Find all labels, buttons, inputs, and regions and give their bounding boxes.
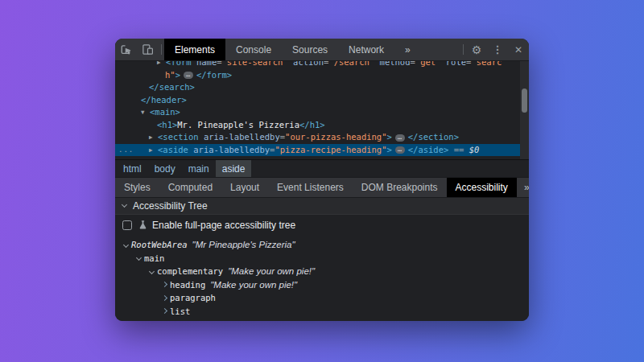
dom-token: == bbox=[448, 145, 469, 154]
a11y-tree-row[interactable]: paragraph bbox=[115, 291, 529, 305]
tab-accessibility[interactable]: Accessibility bbox=[447, 178, 517, 197]
dom-tree-row[interactable]: ...▶<aside aria-labelledby="pizza-recipe… bbox=[115, 144, 529, 157]
scrollbar-thumb[interactable] bbox=[522, 88, 527, 113]
inspect-element-icon bbox=[120, 43, 132, 56]
dom-token: </h1> bbox=[299, 120, 325, 130]
breadcrumb-main[interactable]: main bbox=[182, 160, 216, 177]
dom-tree-row[interactable]: ▶<form name="site-search" action="/searc… bbox=[115, 61, 529, 69]
dom-token: </search> bbox=[149, 82, 195, 92]
hidden-items-indicator: ... bbox=[118, 144, 134, 157]
settings-gear-icon[interactable]: ⚙ bbox=[466, 39, 487, 60]
enable-full-page-checkbox[interactable] bbox=[122, 220, 132, 230]
dom-tree-row[interactable]: h">…</form> bbox=[115, 69, 529, 82]
expand-arrow-icon[interactable]: ▼ bbox=[141, 106, 150, 119]
close-icon[interactable]: ✕ bbox=[508, 39, 529, 60]
expand-arrow-icon[interactable]: ▶ bbox=[149, 131, 158, 144]
tab-computed[interactable]: Computed bbox=[159, 178, 221, 197]
a11y-name: "Make your own pie!" bbox=[210, 280, 297, 290]
dom-token: > bbox=[387, 145, 392, 154]
main-tab-strip: ElementsConsoleSourcesNetwork» bbox=[164, 39, 421, 60]
a11y-role: complementary bbox=[157, 266, 223, 276]
dom-token: </section> bbox=[408, 132, 459, 142]
tab-sources[interactable]: Sources bbox=[282, 39, 338, 60]
a11y-role: paragraph bbox=[170, 293, 216, 302]
tab-event-listeners[interactable]: Event Listeners bbox=[268, 178, 353, 197]
enable-full-page-a11y-row: Enable full-page accessibility tree bbox=[115, 215, 529, 235]
a11y-name: "Mr Pineapple's Pizzeria" bbox=[192, 240, 295, 249]
section-collapse-icon bbox=[122, 202, 127, 208]
tab-more-tabs[interactable]: » bbox=[394, 39, 421, 60]
dom-token: role bbox=[440, 61, 466, 67]
dom-token: Mr. Pineapple's Pizzeria bbox=[177, 120, 299, 130]
a11y-name: "Make your own pie!" bbox=[228, 266, 315, 276]
a11y-tree-row[interactable]: main bbox=[115, 252, 529, 265]
dom-token: method bbox=[374, 61, 410, 67]
dom-token: name bbox=[192, 61, 217, 67]
chevron-right-icon[interactable] bbox=[159, 309, 170, 313]
element-breadcrumb: htmlbodymainaside bbox=[115, 159, 529, 177]
a11y-role: main bbox=[144, 253, 164, 263]
a11y-tree-row[interactable]: RootWebArea"Mr Pineapple's Pizzeria" bbox=[115, 238, 529, 252]
tab-layout[interactable]: Layout bbox=[221, 178, 268, 197]
expand-arrow-icon[interactable]: ▶ bbox=[157, 61, 166, 69]
a11y-role: heading bbox=[170, 280, 205, 290]
breadcrumb-aside[interactable]: aside bbox=[216, 160, 252, 177]
device-toolbar-icon[interactable] bbox=[137, 39, 159, 60]
dom-tree-row[interactable]: </search> bbox=[115, 81, 529, 94]
inline-expand-button[interactable]: … bbox=[395, 134, 405, 142]
dom-token: "/search" bbox=[328, 61, 374, 67]
toolbar-separator bbox=[463, 44, 464, 55]
dom-token: h" bbox=[165, 70, 175, 80]
section-title: Accessibility Tree bbox=[133, 200, 208, 212]
dom-token: aria-labelledby bbox=[199, 132, 280, 142]
chevron-down-icon[interactable] bbox=[120, 243, 131, 247]
dom-token: </header> bbox=[141, 95, 187, 105]
inline-expand-button[interactable]: … bbox=[184, 72, 193, 79]
tab-network[interactable]: Network bbox=[338, 39, 394, 60]
inspect-element-icon[interactable] bbox=[115, 39, 137, 60]
chevron-down-icon[interactable] bbox=[146, 269, 157, 274]
a11y-tree-row[interactable]: complementary"Make your own pie!" bbox=[115, 265, 529, 278]
dom-tree-row[interactable]: ▶<section aria-labelledby="our-pizzas-he… bbox=[115, 131, 529, 144]
accessibility-tree-section-header[interactable]: Accessibility Tree bbox=[115, 198, 529, 215]
tab-dom-breakpoints[interactable]: DOM Breakpoints bbox=[353, 178, 447, 197]
toolbar-spacer bbox=[421, 39, 460, 60]
dom-token: "our-pizzas-heading" bbox=[285, 132, 386, 142]
a11y-tree-row[interactable]: heading"Make your own pie!" bbox=[115, 278, 529, 292]
dom-token: > bbox=[387, 132, 392, 142]
devtools-toolbar: ElementsConsoleSourcesNetwork» ⚙ ⋮ ✕ bbox=[115, 39, 529, 61]
dom-token: <section bbox=[158, 132, 199, 142]
tab-more-panel-tabs[interactable]: » bbox=[517, 178, 529, 197]
dom-token: aria-labelledby bbox=[188, 145, 270, 154]
dom-tree-scrollbar[interactable] bbox=[520, 61, 529, 159]
menu-dots-icon[interactable]: ⋮ bbox=[487, 39, 508, 60]
breadcrumb-html[interactable]: html bbox=[117, 160, 148, 177]
tab-console[interactable]: Console bbox=[225, 39, 282, 60]
dom-tree-row[interactable]: ▼<main> bbox=[115, 106, 529, 119]
enable-full-page-label: Enable full-page accessibility tree bbox=[152, 220, 295, 231]
dom-token: <main> bbox=[150, 107, 180, 117]
inline-expand-button[interactable]: … bbox=[395, 146, 405, 154]
dom-token: "site-search" bbox=[222, 61, 288, 67]
dom-tree-row[interactable]: <h1>Mr. Pineapple's Pizzeria</h1> bbox=[115, 119, 529, 132]
dom-token: "pizza-recipe-heading" bbox=[275, 145, 386, 154]
toolbar-separator bbox=[161, 44, 162, 55]
dom-tree-row[interactable]: </header> bbox=[115, 94, 529, 107]
dom-token: action bbox=[288, 61, 324, 67]
a11y-role: list bbox=[170, 306, 190, 316]
dom-token: <aside bbox=[158, 145, 188, 154]
chevron-right-icon[interactable] bbox=[159, 282, 170, 286]
device-toolbar-icon bbox=[142, 43, 154, 56]
chevron-right-icon[interactable] bbox=[159, 296, 170, 300]
a11y-tree-row[interactable]: list bbox=[115, 305, 529, 319]
dom-token: $0 bbox=[469, 145, 480, 154]
dom-token: <h1> bbox=[157, 120, 177, 130]
tab-styles[interactable]: Styles bbox=[115, 178, 159, 197]
breadcrumb-body[interactable]: body bbox=[148, 160, 182, 177]
dom-token: "searc bbox=[471, 61, 502, 67]
chevron-down-icon[interactable] bbox=[133, 256, 144, 260]
dom-token: <form bbox=[166, 61, 192, 67]
tab-elements[interactable]: Elements bbox=[164, 39, 225, 60]
dom-token: </form> bbox=[196, 70, 232, 80]
expand-arrow-icon[interactable]: ▶ bbox=[149, 144, 158, 157]
